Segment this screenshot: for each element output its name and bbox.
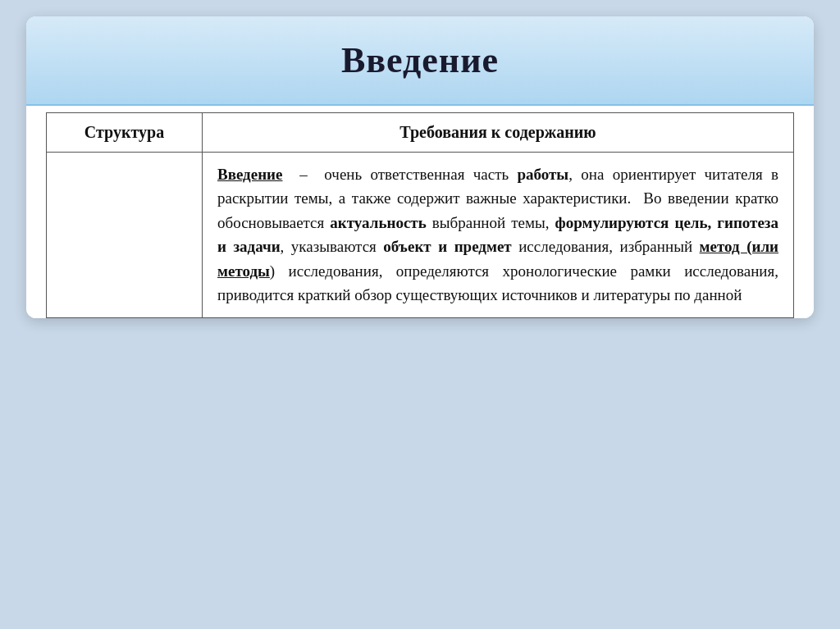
content-cell: Введение – очень ответственная часть раб… xyxy=(203,153,794,318)
table-row: Введение – очень ответственная часть раб… xyxy=(47,153,794,318)
table-header-row: Структура Требования к содержанию xyxy=(47,113,794,153)
bold-aktualnost: актуальность xyxy=(330,214,426,231)
content-table: Структура Требования к содержанию Введен… xyxy=(46,112,794,318)
slide-title: Введение xyxy=(341,40,499,80)
col-requirements-header: Требования к содержанию xyxy=(203,113,794,153)
bold-obekt: объект и предмет xyxy=(383,238,511,255)
slide-container: Введение Структура Требования к содержан… xyxy=(26,16,814,318)
intro-word: Введение xyxy=(217,166,283,183)
bold-raboty: работы xyxy=(517,166,568,183)
col-structure-header: Структура xyxy=(47,113,203,153)
structure-cell xyxy=(47,153,203,318)
slide-body: Структура Требования к содержанию Введен… xyxy=(26,106,814,318)
slide-header: Введение xyxy=(26,16,814,106)
